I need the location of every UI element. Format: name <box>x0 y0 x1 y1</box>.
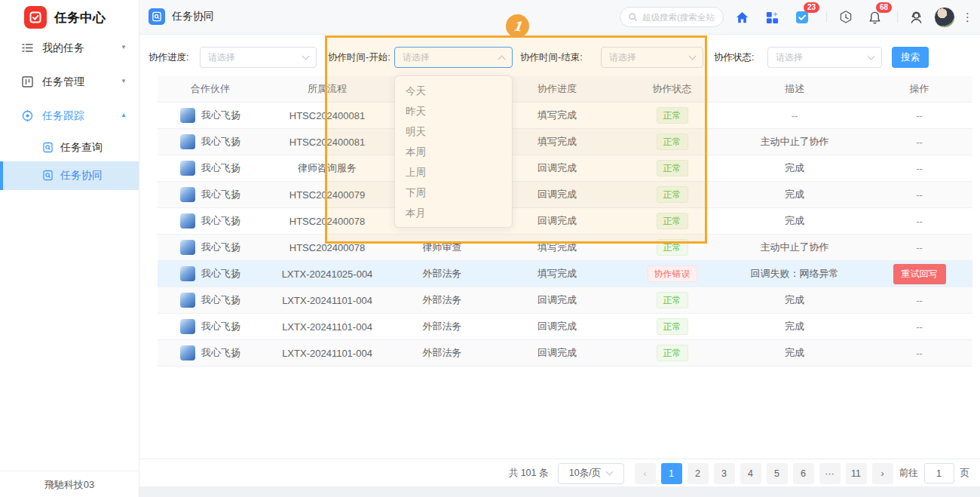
time-option[interactable]: 上周 <box>395 162 512 183</box>
page-button[interactable]: 3 <box>714 463 735 484</box>
desc-cell: 完成 <box>723 340 866 366</box>
table-row[interactable]: 我心飞扬LXTX-20241101-004外部法务回调完成正常完成-- <box>158 287 972 314</box>
time-option[interactable]: 下周 <box>395 183 512 203</box>
time-option[interactable]: 昨天 <box>395 101 512 121</box>
table-row[interactable]: 我心飞扬HTSC202400079回调完成正常完成-- <box>158 182 972 208</box>
kanban-icon <box>21 75 34 88</box>
apps-grid-icon[interactable] <box>762 8 782 27</box>
table-row[interactable]: 我心飞扬HTSC202400081填写完成正常---- <box>158 103 972 129</box>
status-badge: 正常 <box>657 133 688 150</box>
desc-cell: 完成 <box>723 314 866 339</box>
time-preset-dropdown: 今天昨天明天本周上周下周本月上个月 <box>394 75 513 228</box>
time-option[interactable]: 上个月 <box>395 223 512 228</box>
table-row[interactable]: 我心飞扬HTSC202400081填写完成正常主动中止了协作-- <box>158 129 972 155</box>
next-page-button[interactable]: › <box>872 463 893 484</box>
more-menu-icon[interactable]: ⋮ <box>962 9 973 26</box>
flow-cell: HTSC202400078 <box>263 235 391 260</box>
action-cell: -- <box>866 314 972 339</box>
sidebar-item-task-query[interactable]: 任务查询 <box>0 133 139 162</box>
target-icon <box>21 109 34 122</box>
page-button[interactable]: 2 <box>688 463 709 484</box>
table-row[interactable]: 我心飞扬LXTX-20241101-004外部法务回调完成正常完成-- <box>158 314 972 340</box>
desc-cell: 回调失败：网络异常 <box>723 261 866 287</box>
status-badge: 正常 <box>657 160 688 176</box>
sidebar-item-task-management[interactable]: 任务管理 ▼ <box>0 69 139 96</box>
page-tab[interactable]: 任务协同 <box>149 8 214 25</box>
status-cell: 正常 <box>621 235 723 260</box>
prev-page-button[interactable]: ‹ <box>635 463 656 484</box>
table-row[interactable]: 我心飞扬LXTX-20241101-004外部法务回调完成正常完成-- <box>158 340 972 367</box>
time-option[interactable]: 本月 <box>395 203 512 223</box>
flow-cell: LXTX-20241101-004 <box>263 340 391 366</box>
flow-cell: HTSC202400081 <box>263 129 391 155</box>
table-row[interactable]: 我心飞扬HTSC202400078律师审查填写完成正常主动中止了协作-- <box>158 235 972 261</box>
home-icon[interactable] <box>732 8 752 27</box>
filter-time-end-select[interactable]: 请选择 <box>601 47 703 68</box>
partner-avatar <box>180 293 195 308</box>
app-title: 任务中心 <box>54 9 106 26</box>
status-cell: 正常 <box>621 129 723 155</box>
search-button[interactable]: 搜索 <box>892 47 929 68</box>
partner-avatar <box>180 240 195 255</box>
time-option[interactable]: 今天 <box>395 81 512 101</box>
retry-write-button[interactable]: 重试回写 <box>893 264 946 284</box>
sidebar-item-label: 任务跟踪 <box>42 109 84 123</box>
progress-cell: 回调完成 <box>493 314 621 339</box>
page-size-select[interactable]: 10条/页 <box>558 463 624 484</box>
page-button[interactable]: 4 <box>740 463 761 484</box>
desc-cell: 主动中止了协作 <box>723 129 866 155</box>
flow-cell: LXTX-20241101-004 <box>263 314 391 339</box>
support-headset-icon[interactable] <box>906 8 926 27</box>
status-badge: 正常 <box>657 345 688 361</box>
sidebar-item-label: 任务管理 <box>42 75 84 89</box>
bell-icon[interactable]: 68 <box>865 8 884 27</box>
sidebar-item-task-collab[interactable]: 任务协同 <box>0 161 139 190</box>
desc-cell: 完成 <box>723 208 866 234</box>
progress-cell: 回调完成 <box>493 287 621 313</box>
page-button[interactable]: 11 <box>846 463 867 484</box>
time-option[interactable]: 本周 <box>395 142 512 162</box>
search-input[interactable] <box>642 13 715 22</box>
col-header-partner: 合作伙伴 <box>158 76 263 102</box>
filter-status-label: 协作状态: <box>714 51 754 64</box>
sidebar-item-label: 我的任务 <box>42 41 84 55</box>
action-cell: -- <box>866 208 972 234</box>
pending-clock-icon[interactable] <box>836 8 856 27</box>
goto-page-input[interactable] <box>924 463 954 483</box>
action-placeholder: -- <box>916 137 923 148</box>
goto-label: 前往 <box>899 467 918 480</box>
sidebar-item-task-tracking[interactable]: 任务跟踪 ▲ <box>0 103 139 130</box>
table-row[interactable]: 我心飞扬LXTX-20241025-004外部法务填写完成协作错误回调失败：网络… <box>158 261 972 287</box>
col-header-flow: 所属流程 <box>263 76 391 102</box>
user-avatar[interactable] <box>934 7 955 28</box>
partner-cell: 我心飞扬 <box>158 103 263 128</box>
status-badge: 正常 <box>657 292 688 308</box>
page-button[interactable]: 6 <box>793 463 814 484</box>
more-pages-button[interactable]: ··· <box>819 463 841 484</box>
action-placeholder: -- <box>916 163 923 174</box>
status-cell: 正常 <box>621 103 723 128</box>
table-row[interactable]: 我心飞扬HTSC202400078回调完成正常完成-- <box>158 208 972 235</box>
sidebar-item-my-tasks[interactable]: 我的任务 ▼ <box>0 35 139 62</box>
table-row[interactable]: 我心飞扬律师咨询服务回调完成正常完成-- <box>158 155 972 182</box>
partner-cell: 我心飞扬 <box>158 182 263 207</box>
action-placeholder: -- <box>916 110 923 121</box>
time-option[interactable]: 明天 <box>395 121 512 142</box>
partner-avatar <box>180 319 195 334</box>
filter-status-select[interactable]: 请选择 <box>767 47 882 68</box>
sidebar-footer: 飛馳科技03 <box>0 478 139 492</box>
flow-cell: LXTX-20241101-004 <box>263 287 391 313</box>
chevron-down-icon: ▼ <box>121 44 127 51</box>
sidebar: 任务中心 我的任务 ▼ 任务管理 ▼ 任务跟踪 ▲ 任务查询 任务协同 飛馳科 <box>0 0 139 497</box>
global-search[interactable] <box>620 7 724 27</box>
filter-time-start-select[interactable]: 请选择 <box>394 47 513 68</box>
sidebar-item-label: 任务查询 <box>60 141 103 155</box>
page-button[interactable]: 5 <box>767 463 788 484</box>
status-badge: 正常 <box>657 318 688 335</box>
flow-cell: LXTX-20241025-004 <box>263 261 391 287</box>
page-button[interactable]: 1 <box>661 463 682 484</box>
partner-cell: 我心飞扬 <box>158 287 263 313</box>
todo-check-icon[interactable]: 23 <box>792 8 812 27</box>
notification-count-badge: 68 <box>876 2 892 13</box>
filter-progress-select[interactable]: 请选择 <box>200 47 317 68</box>
